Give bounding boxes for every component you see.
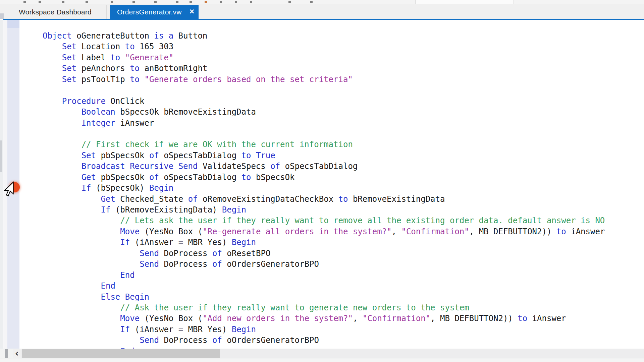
document-tab-bar: Workspace Dashboard OrdersGenerator.vw ✕ <box>0 4 644 19</box>
code-line[interactable]: // Lets ask the user if they really want… <box>0 215 644 226</box>
code-keyword: Set <box>62 64 76 73</box>
code-text-token <box>140 75 144 84</box>
code-text-token: oOrdersGeneratorBPO <box>222 259 319 269</box>
code-editor[interactable]: Object oGenerateButton is a ButtonSet Lo… <box>0 20 644 349</box>
code-keyword: Set <box>82 151 96 160</box>
code-line[interactable]: // First check if we are OK with the cur… <box>0 139 644 150</box>
code-text-token <box>120 292 125 302</box>
code-line[interactable]: If (bRemoveExistingData) Begin <box>0 204 644 215</box>
code-line[interactable]: Send DoProcess of oOrdersGeneratorBPO <box>0 335 644 346</box>
code-line[interactable]: Move (YesNo_Box ("Re-generate all orders… <box>0 226 644 237</box>
code-text-token: Button <box>173 31 207 41</box>
clipped-toolbar-icon-fragment <box>23 1 26 3</box>
code-text-token: , <box>353 314 363 323</box>
code-text-token: (iAnswer <box>130 325 178 334</box>
code-line[interactable]: Set psToolTip to "Generate orders based … <box>0 74 644 85</box>
code-keyword: End <box>120 270 135 280</box>
splitter-handle[interactable] <box>5 349 8 358</box>
code-text-token <box>251 151 256 160</box>
code-keyword: of <box>188 194 198 204</box>
code-text-token <box>164 31 168 41</box>
code-line[interactable]: Send DoProcess of oOrdersGeneratorBPO <box>0 259 644 269</box>
tab-workspace-dashboard[interactable]: Workspace Dashboard <box>4 5 107 19</box>
code-line[interactable]: Else Begin <box>0 292 644 302</box>
tab-ordersgenerator-vw[interactable]: OrdersGenerator.vw ✕ <box>110 5 199 19</box>
code-keyword: of <box>212 336 222 345</box>
code-keyword: to <box>556 227 566 236</box>
code-keyword: Move <box>120 314 140 323</box>
code-text-token: psToolTip <box>76 75 130 84</box>
clipped-toolbar-icon-fragment <box>111 1 113 3</box>
code-line[interactable] <box>0 85 644 96</box>
code-comment: // Lets ask the user if they really want… <box>120 216 605 225</box>
code-keyword: If <box>101 205 111 215</box>
code-line[interactable]: If (iAnswer = MBR_Yes) Begin <box>0 324 644 335</box>
code-text-token: pbSpecsOk <box>96 151 149 160</box>
code-text-token: (YesNo_Box ( <box>140 227 203 236</box>
code-keyword: Send <box>140 259 159 269</box>
code-text[interactable]: Object oGenerateButton is a ButtonSet Lo… <box>0 31 644 349</box>
code-line[interactable]: // Ask the user if they really want to g… <box>0 302 644 313</box>
code-line[interactable]: Procedure OnClick <box>0 96 644 107</box>
close-icon[interactable]: ✕ <box>189 8 195 15</box>
code-text-token <box>125 162 130 171</box>
code-text-token: iAnswer <box>566 227 605 236</box>
clipped-toolbar-icon-fragment <box>250 1 252 3</box>
code-keyword: Broadcast <box>82 162 125 171</box>
code-keyword: Boolean <box>82 107 115 117</box>
clipped-toolbar-icon-fragment <box>154 1 157 3</box>
code-keyword: of <box>149 173 159 182</box>
tab-label: Workspace Dashboard <box>19 8 92 16</box>
clipped-toolbar-icon-fragment <box>310 1 313 3</box>
code-string: "Confirmation" <box>363 314 430 323</box>
code-keyword: Get <box>82 173 96 182</box>
clipped-toolbar-icon-fragment <box>39 1 41 3</box>
code-keyword: Else <box>101 292 120 302</box>
code-line[interactable]: Integer iAnswer <box>0 118 644 128</box>
code-keyword: of <box>212 249 222 258</box>
code-line[interactable]: Get Checked_State of oRemoveExistingData… <box>0 194 644 204</box>
code-keyword: is <box>154 31 164 41</box>
code-keyword: to <box>125 42 135 51</box>
code-line[interactable]: Move (YesNo_Box ("Add new orders in the … <box>0 313 644 324</box>
code-line[interactable]: Set Location to 165 303 <box>0 41 644 52</box>
code-line[interactable]: End <box>0 270 644 281</box>
code-line[interactable]: End <box>0 281 644 291</box>
code-keyword: Begin <box>222 205 246 215</box>
code-text-token: (bRemoveExistingData) <box>110 205 222 215</box>
clipped-toolbar-icon-fragment <box>62 1 64 3</box>
code-line[interactable] <box>0 128 644 139</box>
clipped-toolbar-icon-fragment <box>220 1 222 3</box>
code-text-token <box>173 162 178 171</box>
code-text-token: pbSpecsOk <box>96 173 149 182</box>
code-text-token: 165 303 <box>135 42 174 51</box>
code-line[interactable]: Send DoProcess of oResetBPO <box>0 248 644 259</box>
code-keyword: Set <box>62 53 76 62</box>
code-keyword: to <box>130 64 140 73</box>
code-line[interactable]: If (bSpecsOk) Begin <box>0 183 644 193</box>
code-keyword: Integer <box>82 118 115 128</box>
window-bottom-edge <box>0 359 644 362</box>
code-line[interactable]: Get pbSpecsOk of oSpecsTabDialog to bSpe… <box>0 172 644 183</box>
code-string: "Generate orders based on the set criter… <box>145 75 353 84</box>
clipped-toolbar-icon-fragment <box>288 1 291 3</box>
scroll-left-icon[interactable]: ‹ <box>13 349 21 358</box>
code-line[interactable]: Set peAnchors to anBottomRight <box>0 63 644 74</box>
code-line[interactable]: Broadcast Recursive Send ValidateSpecs o… <box>0 161 644 172</box>
code-text-token: oRemoveExistingDataCheckBox <box>198 194 338 204</box>
horizontal-scrollbar-track[interactable] <box>21 349 644 358</box>
code-line[interactable]: Boolean bSpecsOk bRemoveExistingData <box>0 107 644 117</box>
code-line[interactable]: Object oGenerateButton is a Button <box>0 31 644 41</box>
code-line[interactable]: Set pbSpecsOk of oSpecsTabDialog to True <box>0 150 644 161</box>
code-keyword: Set <box>62 75 76 84</box>
code-line[interactable]: If (iAnswer = MBR_Yes) Begin <box>0 237 644 248</box>
horizontal-scrollbar-thumb[interactable] <box>22 349 220 358</box>
code-text-token: Location <box>76 42 125 51</box>
code-keyword: of <box>149 151 159 160</box>
code-keyword: Send <box>178 162 198 171</box>
left-panel-edge <box>0 13 4 19</box>
code-text-token: bRemoveExistingData <box>348 194 445 204</box>
clipped-toolbar-icon-fragment <box>132 1 135 3</box>
code-keyword: to <box>241 173 251 182</box>
code-line[interactable]: Set Label to "Generate" <box>0 52 644 63</box>
